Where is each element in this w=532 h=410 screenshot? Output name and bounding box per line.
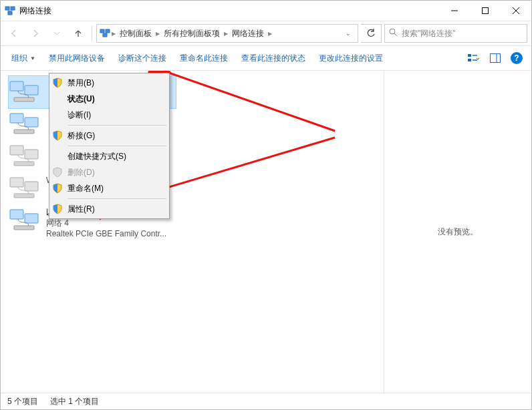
svg-rect-18 <box>491 54 501 63</box>
network-adapter-icon <box>9 111 41 138</box>
breadcrumb-l3[interactable]: 网络连接 <box>229 27 267 41</box>
change-settings-button[interactable]: 更改此连接的设置 <box>313 50 388 67</box>
menu-shortcut[interactable]: 创建快捷方式(S) <box>51 148 168 164</box>
svg-rect-31 <box>14 194 34 198</box>
chevron-right-icon: ▶ <box>112 31 116 37</box>
shield-icon <box>52 130 63 141</box>
up-button[interactable] <box>69 24 88 43</box>
svg-line-13 <box>394 33 397 36</box>
context-menu: 禁用(B) 状态(U) 诊断(I) 桥接(G) 创建 <box>49 73 170 219</box>
shield-icon <box>52 167 63 178</box>
menu-disable[interactable]: 禁用(B) <box>51 75 168 91</box>
network-adapter-icon <box>9 79 41 106</box>
search-icon <box>389 28 398 39</box>
close-button[interactable] <box>501 1 531 21</box>
menu-bridge[interactable]: 桥接(G) <box>51 128 168 144</box>
recent-dropdown[interactable] <box>47 24 66 43</box>
help-button[interactable]: ? <box>507 49 526 67</box>
network-adapter-disabled-icon <box>9 175 41 202</box>
shield-icon <box>52 183 63 194</box>
svg-rect-27 <box>25 150 38 159</box>
title-bar: 网络连接 <box>1 1 531 21</box>
preview-empty-text: 没有预览。 <box>438 226 478 238</box>
chevron-right-icon: ▶ <box>156 31 160 37</box>
organize-button[interactable]: 组织▼ <box>6 50 41 67</box>
minimize-button[interactable] <box>439 1 470 21</box>
forward-button[interactable] <box>26 24 45 43</box>
address-bar[interactable]: ▶ 控制面板 ▶ 所有控制面板项 ▶ 网络连接 ▶ ⌄ <box>96 24 358 43</box>
network-adapter-disabled-icon <box>9 143 41 170</box>
menu-separator <box>68 198 166 199</box>
status-bar: 5 个项目 选中 1 个项目 <box>1 393 531 409</box>
svg-rect-34 <box>14 226 34 230</box>
view-options-button[interactable] <box>464 49 483 67</box>
menu-properties[interactable]: 属性(R) <box>51 201 168 217</box>
refresh-button[interactable] <box>361 24 382 43</box>
command-bar: 组织▼ 禁用此网络设备 诊断这个连接 重命名此连接 查看此连接的状态 更改此连接… <box>1 46 531 71</box>
divider <box>92 26 92 41</box>
network-item-sub: 网络 4 <box>46 218 166 228</box>
status-selected: 选中 1 个项目 <box>50 396 99 407</box>
svg-rect-32 <box>10 210 23 219</box>
shield-icon <box>52 77 63 88</box>
svg-rect-1 <box>11 7 15 10</box>
navigation-bar: ▶ 控制面板 ▶ 所有控制面板项 ▶ 网络连接 ▶ ⌄ 搜索"网络连接" <box>1 21 531 46</box>
svg-rect-10 <box>106 29 110 33</box>
svg-rect-30 <box>25 182 38 191</box>
items-pane[interactable]: WAN Miniport (PPTP) 以太网 网络 4 Realtek PCI… <box>1 71 384 393</box>
svg-rect-23 <box>10 114 23 123</box>
network-adapter-icon <box>9 207 41 234</box>
app-icon <box>5 5 15 16</box>
search-input[interactable]: 搜索"网络连接" <box>384 24 527 43</box>
svg-rect-25 <box>14 130 34 134</box>
rename-button[interactable]: 重命名此连接 <box>174 50 233 67</box>
status-count: 5 个项目 <box>7 396 38 407</box>
svg-rect-9 <box>100 29 104 33</box>
svg-rect-24 <box>25 118 38 127</box>
window-title: 网络连接 <box>19 5 51 17</box>
svg-rect-22 <box>14 97 34 101</box>
address-icon <box>100 27 110 40</box>
svg-line-35 <box>169 73 335 131</box>
menu-delete: 删除(D) <box>51 164 168 180</box>
back-button[interactable] <box>5 24 23 43</box>
network-item-desc: Realtek PCIe GBE Family Contr... <box>46 228 166 239</box>
disable-device-button[interactable]: 禁用此网络设备 <box>43 50 110 67</box>
svg-point-12 <box>390 29 395 34</box>
breadcrumb-l2[interactable]: 所有控制面板项 <box>161 27 223 41</box>
menu-separator <box>68 125 166 126</box>
menu-diagnose[interactable]: 诊断(I) <box>51 107 168 123</box>
preview-pane-button[interactable] <box>486 49 505 67</box>
svg-rect-29 <box>10 178 23 187</box>
svg-rect-26 <box>10 146 23 155</box>
shield-icon <box>52 204 63 214</box>
address-dropdown-icon[interactable]: ⌄ <box>342 30 355 37</box>
svg-rect-6 <box>483 8 489 14</box>
breadcrumb-l1[interactable]: 控制面板 <box>117 27 154 41</box>
svg-rect-20 <box>10 81 23 91</box>
svg-rect-28 <box>14 162 34 166</box>
chevron-right-icon: ▶ <box>224 31 228 37</box>
maximize-button[interactable] <box>470 1 501 21</box>
preview-pane: 没有预览。 <box>384 71 531 393</box>
menu-status[interactable]: 状态(U) <box>51 91 168 107</box>
svg-rect-33 <box>25 214 38 223</box>
view-status-button[interactable]: 查看此连接的状态 <box>236 50 311 67</box>
svg-rect-2 <box>8 11 12 15</box>
search-placeholder: 搜索"网络连接" <box>402 28 456 39</box>
svg-rect-11 <box>103 33 107 37</box>
chevron-right-icon: ▶ <box>268 31 272 37</box>
menu-separator <box>68 146 166 146</box>
svg-rect-14 <box>468 54 471 57</box>
svg-rect-21 <box>25 85 38 95</box>
svg-rect-15 <box>468 59 471 61</box>
diagnose-button[interactable]: 诊断这个连接 <box>113 50 172 67</box>
svg-rect-0 <box>5 7 9 10</box>
menu-rename[interactable]: 重命名(M) <box>51 180 168 196</box>
